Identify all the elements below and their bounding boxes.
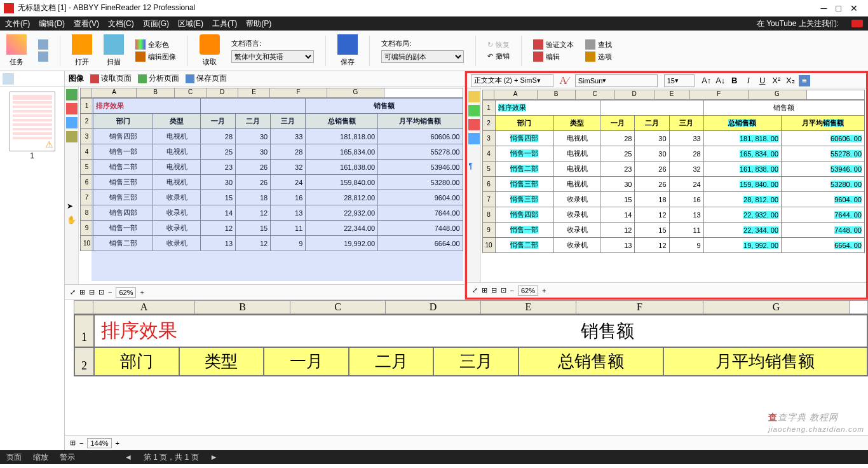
text-table[interactable]: 1雑序效果销售额 2部门类型一月二月三月总销售额月平均销售额 3悄售四部电视机2…: [482, 100, 865, 253]
italic-icon[interactable]: I: [743, 75, 754, 86]
expand-icon[interactable]: ⤢: [70, 288, 76, 296]
menu-edit[interactable]: 编辑(D): [39, 18, 65, 29]
page-nav: 第 1 页，共 1 页: [144, 452, 199, 463]
tool-icon[interactable]: [468, 133, 480, 144]
zoom-in[interactable]: +: [140, 289, 144, 296]
title-bar: 无标题文档 [1] - ABBYY FineReader 12 Professi…: [0, 0, 868, 17]
underline-icon[interactable]: U: [757, 75, 768, 86]
undo-button[interactable]: ↶撤销: [487, 52, 510, 61]
editimage-button[interactable]: 编辑图像: [135, 52, 176, 62]
analyze-button[interactable]: 分析页面: [138, 73, 179, 84]
tab-zoom[interactable]: 缩放: [33, 452, 48, 463]
close-button[interactable]: ✕: [850, 3, 858, 13]
table-row: 9销售一部收录机12151122,344.007448.00: [81, 221, 463, 236]
zoom-value[interactable]: 62%: [518, 286, 538, 296]
youtube-label: 在 YouTube 上关注我们:: [757, 18, 839, 29]
fit-icon[interactable]: ⊞: [79, 288, 85, 296]
zoom-out[interactable]: −: [108, 289, 112, 296]
style-select[interactable]: 正文文本 (2) + SimS ▾: [471, 74, 553, 87]
expand-icon[interactable]: ⤢: [472, 286, 478, 294]
bold-icon[interactable]: B: [729, 75, 740, 86]
fullcolor-button[interactable]: 全彩色: [135, 39, 176, 50]
save-button[interactable]: 保存: [337, 34, 358, 67]
task-button[interactable]: 任务: [6, 34, 27, 67]
restore-button[interactable]: ↻恢复: [487, 40, 510, 50]
table-row: 6悄售三部电视机302624159, 840. 0053280. 00: [482, 177, 865, 192]
tool-icon[interactable]: [66, 159, 78, 170]
menu-bar: 文件(F) 编辑(D) 查看(V) 文档(C) 页面(G) 区域(E) 工具(T…: [0, 17, 868, 31]
zoom-value[interactable]: 62%: [116, 287, 136, 298]
page-thumbnail[interactable]: ⚠ 1: [10, 92, 55, 160]
options-button[interactable]: 选项: [585, 52, 612, 62]
grow-font-icon[interactable]: A↑: [701, 75, 712, 86]
menu-page[interactable]: 页面(G): [143, 18, 169, 29]
zoom-in[interactable]: +: [542, 287, 546, 294]
edit-button[interactable]: 编辑: [533, 52, 574, 62]
table-row: 10销售二部收录机1312919,992.006664.00: [81, 236, 463, 251]
tool-icon[interactable]: [468, 119, 480, 130]
zoom-in[interactable]: +: [116, 439, 119, 447]
tool-icon[interactable]: [66, 173, 78, 184]
tool-icon[interactable]: [468, 147, 480, 158]
read-button[interactable]: 读取: [200, 34, 220, 67]
font-select[interactable]: SimSun ▾: [575, 74, 658, 87]
image-pane: 图像 读取页面 分析页面 保存页面 ➤: [65, 71, 465, 299]
menu-help[interactable]: 帮助(P): [246, 18, 271, 29]
verify-button[interactable]: 验证文本: [533, 39, 574, 50]
zoom-out[interactable]: −: [79, 439, 83, 447]
bottom-bar: 页面 缩放 警示 ◄ 第 1 页，共 1 页 ►: [0, 450, 868, 464]
pilcrow-icon[interactable]: ¶: [468, 161, 480, 172]
find-button[interactable]: 查找: [585, 39, 612, 50]
font-icon[interactable]: A⁄: [560, 75, 569, 86]
readpage-button[interactable]: 读取页面: [90, 73, 132, 84]
fontsize-select[interactable]: 15 ▾: [664, 74, 695, 87]
thumbnail-panel: ⚠ 1: [0, 71, 65, 450]
layout-select[interactable]: 可编辑的副本: [381, 50, 464, 63]
minimize-button[interactable]: ─: [821, 3, 827, 13]
menu-view[interactable]: 查看(V): [74, 18, 99, 29]
warning-icon: ⚠: [45, 139, 53, 149]
zoom-out[interactable]: −: [510, 287, 514, 294]
pointer-icon[interactable]: ➤: [66, 201, 78, 212]
table-area-icon[interactable]: [66, 117, 78, 128]
barcode-area-icon[interactable]: [66, 131, 78, 142]
hand-icon[interactable]: ✋: [66, 215, 78, 226]
maximize-button[interactable]: □: [836, 3, 841, 13]
tab-page[interactable]: 页面: [6, 452, 22, 463]
tool-icon[interactable]: [468, 105, 480, 116]
watermark: 查查字典 教程网jiaocheng.chazidian.com: [768, 412, 864, 434]
tool-icon[interactable]: [66, 145, 78, 156]
menu-doc[interactable]: 文档(C): [108, 18, 134, 29]
menu-tools[interactable]: 工具(T): [212, 18, 237, 29]
picture-area-icon[interactable]: [66, 103, 78, 114]
table-row: 4销售一部电视机253028165,834.0055278.00: [81, 144, 463, 160]
table-row: 8销售四部收录机14121322,932.007644.00: [81, 205, 463, 221]
scan-button[interactable]: 扫描: [104, 34, 124, 67]
tab-warn[interactable]: 警示: [60, 452, 75, 463]
text-pane: 正文文本 (2) + SimS ▾ A⁄ SimSun ▾ 15 ▾ A↑ A↓…: [465, 71, 869, 299]
ribbon: 任务 打开 扫描 全彩色 编辑图像 读取 文档语言: 繁体中文和英语 保存 文档…: [0, 31, 868, 71]
youtube-icon[interactable]: [851, 20, 863, 27]
tool-icon[interactable]: [468, 91, 480, 102]
thumb-grid-icon[interactable]: [3, 73, 14, 85]
eraser-icon[interactable]: [66, 187, 78, 198]
zoom-value[interactable]: 144%: [87, 438, 111, 448]
savepage-button[interactable]: 保存页面: [186, 73, 227, 84]
shrink-font-icon[interactable]: A↓: [715, 75, 726, 86]
column-headers: AB CD EF G: [80, 88, 463, 98]
open-button[interactable]: 打开: [72, 34, 92, 67]
menu-area[interactable]: 区域(E): [178, 18, 203, 29]
text-area-icon[interactable]: [66, 89, 78, 100]
thumb-list-icon[interactable]: [15, 73, 27, 85]
subscript-icon[interactable]: X₂: [785, 75, 796, 86]
workspace: ⚠ 1 图像 读取页面 分析页面 保存页面: [0, 71, 868, 450]
table-row: 7销售三部收录机15181628,812.009604.00: [81, 190, 463, 205]
doclang-label: 文档语言:: [231, 39, 314, 48]
thumb-add-icon[interactable]: [28, 73, 39, 85]
superscript-icon[interactable]: X²: [771, 75, 782, 86]
table-row: 4悄售一部电视机253028165, 834. 0055278. 00: [482, 146, 865, 162]
doclang-select[interactable]: 繁体中文和英语: [231, 50, 314, 63]
zoom-pane: AB CD EF G 1排序效果销售额 2部门类型一月二月三月总销售额月平均销售…: [65, 300, 868, 450]
align-icon[interactable]: ≡: [799, 75, 810, 86]
menu-file[interactable]: 文件(F): [5, 18, 30, 29]
